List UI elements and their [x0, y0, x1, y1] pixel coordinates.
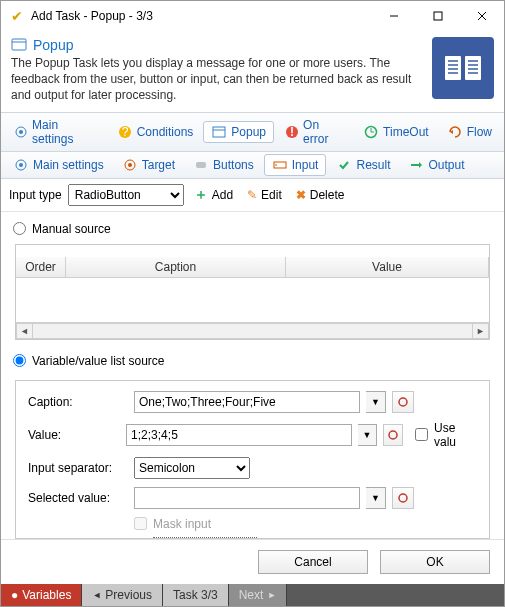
manual-source-label: Manual source [32, 222, 111, 236]
scroll-right-button[interactable]: ► [472, 323, 489, 339]
tab-on-error[interactable]: !On error [276, 115, 353, 149]
target-icon [122, 157, 138, 173]
cancel-button[interactable]: Cancel [258, 550, 368, 574]
col-value[interactable]: Value [286, 257, 489, 277]
value-dropdown-button[interactable]: ▼ [358, 424, 377, 446]
scroll-track[interactable] [33, 323, 472, 339]
separator-select[interactable]: Semicolon [134, 457, 250, 479]
manual-source-radio[interactable] [13, 222, 26, 235]
caption-dropdown-button[interactable]: ▼ [366, 391, 386, 413]
svg-point-38 [389, 431, 397, 439]
input-type-select[interactable]: RadioButton [68, 184, 184, 206]
header-big-icon [432, 37, 494, 99]
variable-source-radio[interactable] [13, 354, 26, 367]
value-input[interactable] [126, 424, 352, 446]
tab-label: Output [428, 158, 464, 172]
use-value-label: Use valu [434, 421, 477, 449]
clock-icon [363, 124, 379, 140]
caption-label: Caption: [28, 395, 128, 409]
statusbar: ●Variables ◄Previous Task 3/3 Next► [1, 584, 504, 606]
selected-value-input[interactable] [134, 487, 360, 509]
caption-input[interactable] [134, 391, 360, 413]
input-icon [272, 157, 288, 173]
app-icon: ✔ [9, 8, 25, 24]
tab-label: Popup [231, 125, 266, 139]
svg-rect-7 [465, 56, 481, 80]
selected-value-clear-button[interactable] [392, 487, 414, 509]
status-next: Next► [229, 584, 288, 606]
svg-rect-1 [434, 12, 442, 20]
delete-button[interactable]: ✖Delete [292, 186, 349, 204]
dialog-buttons: Cancel OK [1, 539, 504, 584]
table-body [16, 278, 489, 322]
variable-source-row[interactable]: Variable/value list source [13, 354, 496, 368]
close-button[interactable] [460, 1, 504, 31]
add-label: Add [212, 188, 233, 202]
ok-button[interactable]: OK [380, 550, 490, 574]
flow-icon [447, 124, 463, 140]
svg-rect-32 [196, 162, 206, 168]
minimize-button[interactable] [372, 1, 416, 31]
add-button[interactable]: ＋Add [190, 184, 237, 206]
tab-timeout[interactable]: TimeOut [355, 121, 437, 143]
svg-rect-4 [12, 39, 26, 50]
tab-popup[interactable]: Popup [203, 121, 274, 143]
window-title: Add Task - Popup - 3/3 [31, 9, 372, 23]
caption-clear-button[interactable] [392, 391, 414, 413]
tab-label: Flow [467, 125, 492, 139]
input-toolbar: Input type RadioButton ＋Add ✎Edit ✖Delet… [1, 179, 504, 212]
primary-tabs: Main settings ?Conditions Popup !On erro… [1, 112, 504, 152]
dot-icon: ● [11, 588, 18, 602]
error-icon: ! [284, 124, 299, 140]
value-clear-button[interactable] [383, 424, 403, 446]
tab-buttons[interactable]: Buttons [185, 154, 262, 176]
delete-icon: ✖ [296, 188, 306, 202]
popup-icon [211, 124, 227, 140]
selected-value-dropdown-button[interactable]: ▼ [366, 487, 386, 509]
delete-label: Delete [310, 188, 345, 202]
manual-source-row[interactable]: Manual source [13, 222, 496, 236]
tab-label: Target [142, 158, 175, 172]
tab-flow[interactable]: Flow [439, 121, 500, 143]
variable-source-label: Variable/value list source [32, 354, 165, 368]
tab-result[interactable]: Result [328, 154, 398, 176]
tab-label: Buttons [213, 158, 254, 172]
tab-label: TimeOut [383, 125, 429, 139]
tab-main-settings[interactable]: Main settings [5, 115, 107, 149]
tab-label: Main settings [32, 118, 99, 146]
variable-source-form: Caption: ▼ Value: ▼ Use valu Input separ… [15, 380, 490, 539]
col-order[interactable]: Order [16, 257, 66, 277]
col-caption[interactable]: Caption [66, 257, 286, 277]
content-area: Manual source Order Caption Value ◄ ► Va… [1, 212, 504, 539]
edit-button[interactable]: ✎Edit [243, 186, 286, 204]
edit-label: Edit [261, 188, 282, 202]
tab-label: Input [292, 158, 319, 172]
maximize-button[interactable] [416, 1, 460, 31]
svg-point-39 [399, 494, 407, 502]
tab-target[interactable]: Target [114, 154, 183, 176]
svg-rect-20 [213, 127, 225, 137]
caret-right-icon: ► [267, 590, 276, 600]
header-title: Popup [33, 37, 73, 53]
selected-value-label: Selected value: [28, 491, 128, 505]
question-icon: ? [117, 124, 133, 140]
use-value-checkbox[interactable] [415, 428, 428, 441]
tab-output[interactable]: Output [400, 154, 472, 176]
status-variables[interactable]: ●Variables [1, 584, 82, 606]
header: Popup The Popup Task lets you display a … [1, 31, 504, 112]
scroll-left-button[interactable]: ◄ [16, 323, 33, 339]
svg-point-17 [19, 130, 23, 134]
caret-left-icon: ◄ [92, 590, 101, 600]
tab-label: Main settings [33, 158, 104, 172]
gear-icon [13, 157, 29, 173]
secondary-tabs: Main settings Target Buttons Input Resul… [1, 152, 504, 179]
status-task[interactable]: Task 3/3 [163, 584, 229, 606]
tab-sub-main-settings[interactable]: Main settings [5, 154, 112, 176]
horizontal-scrollbar[interactable]: ◄ ► [16, 322, 489, 339]
tab-conditions[interactable]: ?Conditions [109, 121, 202, 143]
status-previous[interactable]: ◄Previous [82, 584, 163, 606]
popup-icon [11, 37, 27, 53]
tab-input[interactable]: Input [264, 154, 327, 176]
svg-marker-36 [419, 162, 422, 168]
tab-label: Conditions [137, 125, 194, 139]
